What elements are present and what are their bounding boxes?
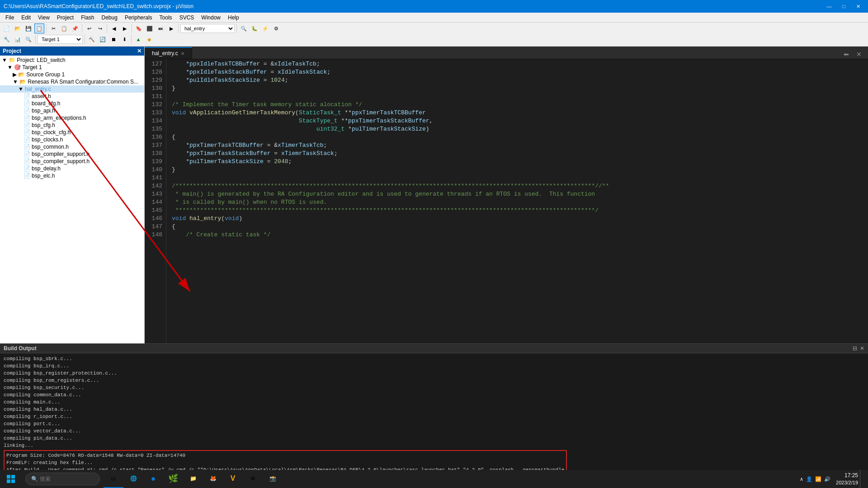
menu-item-file[interactable]: File xyxy=(2,14,18,22)
menu-item-flash[interactable]: Flash xyxy=(77,14,98,22)
build-error-line-2: FromELF: creating hex file... xyxy=(6,459,564,466)
tree-item-bsp-clocks[interactable]: 📄 bsp_clocks.h xyxy=(0,136,144,143)
menu-item-tools[interactable]: Tools xyxy=(156,14,176,22)
breakpoint-button[interactable]: ⬛ xyxy=(145,23,155,33)
editor-tab-actions: ⬅ ✕ xyxy=(841,50,868,59)
nav-forward-button[interactable]: ▶ xyxy=(120,23,130,33)
tree-label: bsp_compiler_support.h xyxy=(32,158,90,164)
taskbar-app-green[interactable]: 🌿 xyxy=(163,470,183,488)
taskbar-app-files[interactable]: 🗂 xyxy=(104,470,123,488)
close-button[interactable]: ✕ xyxy=(852,0,864,13)
project-label: Project xyxy=(3,48,21,54)
sep7 xyxy=(35,35,36,44)
taskbar-app-edge[interactable]: 🌐 xyxy=(123,470,143,488)
build-float-btn[interactable]: ⊟ xyxy=(853,345,857,352)
build-panel: Build Output ⊟ ✕ compiling bsp_sbrk.c...… xyxy=(0,343,868,470)
editor-tab-hal-entry[interactable]: hal_entry.c ✕ xyxy=(145,47,192,59)
download-button[interactable]: ⬇ xyxy=(119,34,129,44)
nav-back-button[interactable]: ◀ xyxy=(109,23,119,33)
open-file-button[interactable]: 📂 xyxy=(13,23,23,33)
rebuild-button[interactable]: 🔄 xyxy=(98,34,108,44)
clock-date: 2023/2/19 xyxy=(836,479,858,486)
start-button[interactable] xyxy=(0,470,22,488)
tree-item-bsp-arm[interactable]: 📄 bsp_arm_exceptions.h xyxy=(0,114,144,122)
tree-label: bsp_api.h xyxy=(32,108,55,114)
undo-button[interactable]: ↩ xyxy=(84,23,94,33)
step-button[interactable]: ⏭ xyxy=(156,23,165,33)
search-button[interactable]: 🔍 xyxy=(239,23,249,33)
settings-button[interactable]: ⚙ xyxy=(271,23,281,33)
function-dropdown[interactable]: hal_entry xyxy=(180,24,235,33)
active-button[interactable]: 📋 xyxy=(34,23,44,33)
flash-button[interactable]: ⚡ xyxy=(260,23,270,33)
tree-item-bsp-elc[interactable]: 📄 bsp_elc.h xyxy=(0,172,144,179)
tree-item-source-group[interactable]: ▶ 📂 Source Group 1 xyxy=(0,71,144,78)
svg-rect-4 xyxy=(7,479,10,483)
tree-item-bsp-delay[interactable]: 📄 bsp_delay.h xyxy=(0,165,144,172)
maximize-button[interactable]: □ xyxy=(837,0,850,13)
debug-button[interactable]: 🐛 xyxy=(250,23,259,33)
run-button[interactable]: ▶ xyxy=(166,23,176,33)
search-input[interactable] xyxy=(40,476,94,482)
menu-item-window[interactable]: Window xyxy=(198,14,224,22)
tree-item-bsp-clock-cfg[interactable]: 📄 bsp_clock_cfg.h xyxy=(0,129,144,136)
toolbar-row-2: 🔧 📊 🔍 Target 1 🔨 🔄 ⏹ ⬇ ▲ ◆ xyxy=(2,34,866,44)
taskbar-app-folder[interactable]: 📁 xyxy=(183,470,203,488)
tree-item-assert[interactable]: 📄 assert.h xyxy=(0,93,144,100)
editor-tab-close[interactable]: ✕ xyxy=(181,51,184,56)
menu-item-debug[interactable]: Debug xyxy=(98,14,121,22)
bookmark-button[interactable]: 🔖 xyxy=(134,23,144,33)
tb2-btn3[interactable]: 🔍 xyxy=(24,34,33,44)
cut-button[interactable]: ✂ xyxy=(48,23,58,33)
tree-item-bsp-cfg[interactable]: 📄 bsp_cfg.h xyxy=(0,122,144,129)
tb2-btn1[interactable]: 🔧 xyxy=(2,34,12,44)
taskbar-app-firefox[interactable]: 🦊 xyxy=(203,470,223,488)
taskbar-app-gear[interactable]: ⚙ xyxy=(243,470,263,488)
tree-label: board_cfg.h xyxy=(32,100,60,107)
build-header: Build Output ⊟ ✕ xyxy=(0,344,868,353)
tree-item-project[interactable]: ▼ 📁 Project: LED_switch xyxy=(0,56,144,64)
tree-item-renesas-group[interactable]: ▼ 📂 Renesas RA Smart Configurator:Common… xyxy=(0,78,144,85)
minimize-button[interactable]: — xyxy=(823,0,835,13)
new-file-button[interactable]: 📄 xyxy=(2,23,12,33)
build-close-btn[interactable]: ✕ xyxy=(860,345,864,352)
copy-button[interactable]: 📋 xyxy=(59,23,69,33)
build-button[interactable]: 🔨 xyxy=(87,34,97,44)
yellow-btn[interactable]: ◆ xyxy=(144,34,154,44)
close-tab-button[interactable]: ✕ xyxy=(854,50,864,59)
tree-item-bsp-common[interactable]: 📄 bsp_common.h xyxy=(0,143,144,150)
menu-item-edit[interactable]: Edit xyxy=(18,14,34,22)
stop-button[interactable]: ⏹ xyxy=(108,34,118,44)
paste-button[interactable]: 📌 xyxy=(70,23,80,33)
tree-label: assert.h xyxy=(32,93,51,99)
menu-item-peripherals[interactable]: Peripherals xyxy=(121,14,156,22)
redo-button[interactable]: ↪ xyxy=(95,23,105,33)
taskbar-app-v[interactable]: V xyxy=(223,470,243,488)
tree-item-bsp-compiler1[interactable]: 📄 bsp_compiler_support.h xyxy=(0,150,144,158)
menu-item-view[interactable]: View xyxy=(34,14,53,22)
tree-item-hal-entry[interactable]: ▼ hal_entry.c xyxy=(0,85,144,93)
tree-item-bsp-api[interactable]: 📄 bsp_api.h xyxy=(0,107,144,114)
menu-item-project[interactable]: Project xyxy=(53,14,77,22)
sep1 xyxy=(46,24,47,33)
tray-wifi-icon[interactable]: 📶 xyxy=(815,476,821,482)
tray-sound-icon[interactable]: 🔊 xyxy=(824,476,830,482)
menu-item-svcs[interactable]: SVCS xyxy=(176,14,198,22)
project-close-btn[interactable]: ✕ xyxy=(137,48,142,54)
save-button[interactable]: 💾 xyxy=(24,23,33,33)
green-btn[interactable]: ▲ xyxy=(133,34,143,44)
target-dropdown[interactable]: Target 1 xyxy=(38,35,83,44)
clock[interactable]: 17:25 2023/2/19 xyxy=(836,472,858,486)
tree-item-bsp-compiler2[interactable]: 📄 bsp_compiler_support.h xyxy=(0,158,144,165)
menu-item-help[interactable]: Help xyxy=(224,14,243,22)
show-desktop-button[interactable] xyxy=(860,470,863,488)
tree-item-target[interactable]: ▼ 🎯 Target 1 xyxy=(0,64,144,71)
taskbar-search[interactable]: 🔍 xyxy=(25,473,100,485)
pin-tab-button[interactable]: ⬅ xyxy=(841,50,852,59)
tray-up-arrow[interactable]: ∧ xyxy=(800,476,803,482)
taskbar-app-cam[interactable]: 📸 xyxy=(263,470,283,488)
taskbar-app-blue[interactable]: ● xyxy=(143,470,163,488)
sep2 xyxy=(82,24,82,33)
tree-item-board-cfg[interactable]: 📄 board_cfg.h xyxy=(0,100,144,107)
tb2-btn2[interactable]: 📊 xyxy=(13,34,23,44)
